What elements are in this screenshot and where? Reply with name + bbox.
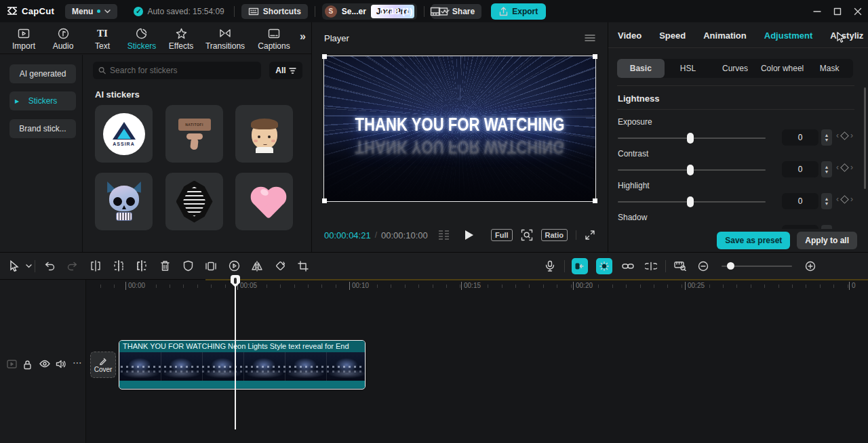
contrast-value[interactable]: 0 <box>782 161 818 177</box>
sticker-pink-heart[interactable] <box>235 173 293 230</box>
tab-audio[interactable]: Audio <box>43 22 83 51</box>
save-as-preset-button[interactable]: Save as preset <box>717 232 790 249</box>
preview-zoom-icon[interactable] <box>521 229 533 241</box>
exposure-value[interactable]: 0 <box>782 129 818 146</box>
minimize-button[interactable] <box>807 0 827 22</box>
playhead[interactable] <box>235 280 236 429</box>
sticker-search[interactable] <box>93 62 261 79</box>
sidebar-item-brand-stickers[interactable]: Brand stick... <box>9 119 76 138</box>
exposure-slider[interactable] <box>618 138 766 139</box>
subtab-curves[interactable]: Curves <box>711 59 759 78</box>
select-tool-button[interactable] <box>3 257 26 276</box>
stepper-control[interactable]: ▲▼ <box>821 193 832 209</box>
avatar[interactable]: S <box>325 5 337 18</box>
tab-video[interactable]: Video <box>618 30 642 41</box>
sticker-horned-skull[interactable] <box>95 173 153 230</box>
slider-thumb[interactable] <box>687 133 694 144</box>
keyframe-controls[interactable]: ‹› <box>836 163 853 172</box>
more-tabs-chevron[interactable]: » <box>300 22 306 43</box>
scrollbar[interactable] <box>864 87 866 189</box>
delete-right-button[interactable] <box>130 257 153 276</box>
mirror-button[interactable] <box>245 257 269 276</box>
apply-to-all-button[interactable]: Apply to all <box>797 232 857 249</box>
split-button[interactable] <box>84 257 107 276</box>
highlight-value[interactable]: 0 <box>782 193 818 209</box>
link-button[interactable] <box>616 257 639 276</box>
cover-button[interactable]: Cover <box>90 352 116 378</box>
selection-handle[interactable] <box>322 198 327 203</box>
keyframe-controls[interactable]: ‹› <box>836 131 853 140</box>
player-menu-icon[interactable] <box>585 34 595 42</box>
contrast-slider[interactable] <box>618 169 766 171</box>
mute-track-icon[interactable] <box>56 360 66 368</box>
fullscreen-icon[interactable] <box>585 230 595 240</box>
subtab-mask[interactable]: Mask <box>806 59 853 78</box>
sticker-boy-face[interactable] <box>235 105 293 163</box>
frame-view-icon[interactable] <box>439 230 449 240</box>
subtab-hsl[interactable]: HSL <box>665 59 712 78</box>
zoom-in-button[interactable] <box>799 257 822 276</box>
highlight-slider[interactable] <box>618 201 766 203</box>
tab-transitions[interactable]: Transitions <box>201 22 250 51</box>
stepper-control[interactable]: ▲▼ <box>821 129 832 146</box>
subtab-color-wheel[interactable]: Color wheel <box>759 59 806 78</box>
lock-track-icon[interactable] <box>23 360 32 370</box>
speed-button[interactable] <box>222 257 245 276</box>
keyframe-diamond-icon[interactable] <box>840 131 849 140</box>
ratio-button[interactable]: Ratio <box>541 229 568 241</box>
play-button[interactable] <box>465 230 473 240</box>
delete-button[interactable] <box>153 257 176 276</box>
search-input[interactable] <box>110 66 256 75</box>
zoom-out-button[interactable] <box>692 257 715 276</box>
maximize-button[interactable] <box>827 0 848 22</box>
full-button[interactable]: Full <box>491 229 513 241</box>
selection-handle[interactable] <box>593 54 597 59</box>
layout-switcher[interactable] <box>430 0 450 22</box>
tab-captions[interactable]: Captions <box>250 22 298 51</box>
track-more-icon[interactable]: ⋯ <box>73 357 83 368</box>
sidebar-item-ai-generated[interactable]: AI generated <box>9 64 76 83</box>
menu-button[interactable]: Menu <box>65 4 117 19</box>
overlay-button[interactable] <box>199 257 222 276</box>
slider-thumb[interactable] <box>687 196 694 207</box>
tab-animation[interactable]: Animation <box>703 30 747 41</box>
stepper-control[interactable]: ▲▼ <box>821 161 832 177</box>
sticker-tribal-ornament[interactable] <box>165 173 223 230</box>
tab-speed[interactable]: Speed <box>659 30 686 41</box>
keyframe-diamond-icon[interactable] <box>840 163 849 172</box>
slider-thumb[interactable] <box>687 165 694 175</box>
unlink-button[interactable] <box>639 257 663 276</box>
sidebar-item-stickers[interactable]: ▶Stickers <box>9 91 76 110</box>
toggle-visibility-icon[interactable] <box>39 360 50 368</box>
tab-stickers[interactable]: Stickers <box>122 22 161 51</box>
zoom-slider-thumb[interactable] <box>727 262 734 270</box>
delete-left-button[interactable] <box>107 257 130 276</box>
export-button[interactable]: Export <box>491 3 546 20</box>
tab-text[interactable]: TI Text <box>83 22 122 51</box>
crop-button[interactable] <box>292 257 315 276</box>
snap-toggle-on[interactable] <box>572 258 588 274</box>
undo-button[interactable] <box>38 257 61 276</box>
keyframe-diamond-icon[interactable] <box>840 195 849 204</box>
keyframe-controls[interactable]: ‹› <box>836 194 853 204</box>
selection-handle[interactable] <box>322 54 327 59</box>
redo-button[interactable] <box>61 257 84 276</box>
tab-import[interactable]: Import <box>4 22 43 51</box>
select-tool-chevron[interactable] <box>26 264 32 268</box>
text-clip[interactable]: THANK YOU FOR WATCHING Neon Lights Style… <box>119 340 366 389</box>
mask-button[interactable] <box>176 257 199 276</box>
tab-ai-stylize[interactable]: AI styliz <box>830 30 863 41</box>
video-preview[interactable]: THANK YOU FOR WATCHING THANK YOU FOR WAT… <box>324 56 595 201</box>
subtab-basic[interactable]: Basic <box>617 59 665 78</box>
rotate-button[interactable] <box>269 257 292 276</box>
sticker-wooden-sign[interactable]: NATITOFI <box>165 105 223 163</box>
tab-adjustment[interactable]: Adjustment <box>764 30 813 41</box>
selection-handle[interactable] <box>593 198 597 203</box>
timeline-ruler[interactable]: 00:00 00:05 00:10 00:15 00:20 00:25 0 <box>87 280 868 293</box>
timeline-view-button[interactable] <box>669 257 692 276</box>
timeline-zoom-slider[interactable] <box>722 266 792 267</box>
close-button[interactable] <box>848 0 868 22</box>
auto-snap-toggle-on[interactable] <box>596 258 612 274</box>
voiceover-button[interactable] <box>538 257 561 276</box>
filter-all-button[interactable]: All <box>269 62 302 79</box>
